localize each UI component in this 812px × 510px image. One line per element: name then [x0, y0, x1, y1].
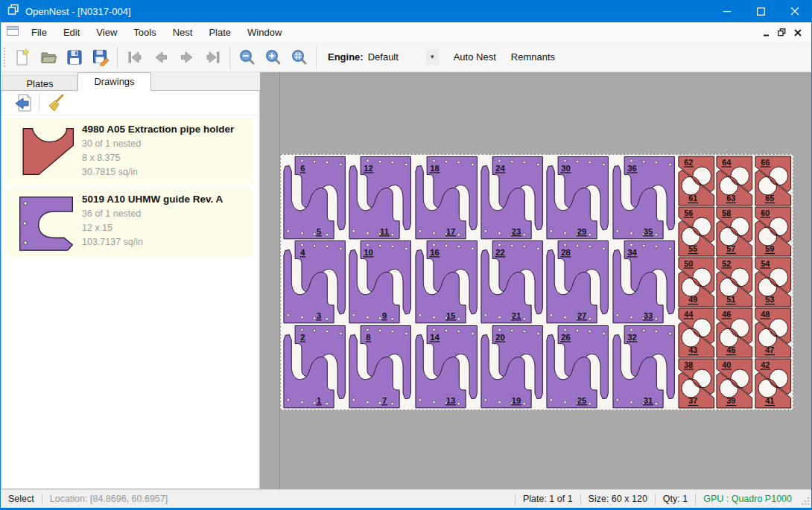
menu-item-edit[interactable]: Edit: [55, 23, 88, 42]
nest-cell: 3231: [611, 325, 676, 409]
nest-cell: 3635: [611, 156, 676, 240]
svg-text:28: 28: [561, 248, 571, 257]
document-icon[interactable]: [7, 25, 19, 39]
nest-cell: 3837: [677, 358, 716, 409]
zoom-out-button[interactable]: [234, 45, 260, 69]
minimize-button[interactable]: [711, 0, 744, 22]
first-icon: [126, 48, 144, 66]
drawing-list-item[interactable]: 4980 A05 Extraction pipe holder30 of 1 n…: [7, 118, 253, 184]
nest-cell: 2625: [545, 325, 610, 409]
nest-cell: 1615: [413, 240, 479, 324]
app-icon: [7, 4, 19, 19]
mdi-minimize-button[interactable]: [758, 25, 774, 40]
status-mode: Select: [1, 494, 42, 504]
next-plate-button[interactable]: [174, 45, 200, 69]
svg-text:16: 16: [430, 248, 440, 257]
engine-select[interactable]: Default: [368, 51, 426, 63]
svg-text:11: 11: [380, 227, 390, 236]
import-drawing-button[interactable]: [10, 92, 34, 113]
last-icon: [204, 48, 222, 66]
svg-text:45: 45: [727, 345, 736, 354]
clean-button[interactable]: [44, 92, 68, 113]
menu-item-nest[interactable]: Nest: [165, 23, 201, 42]
remnants-button[interactable]: Remnants: [505, 47, 561, 67]
status-qty: Qty: 1: [656, 494, 695, 504]
drawing-thumbnail: [10, 123, 82, 179]
svg-text:40: 40: [723, 360, 732, 369]
nest-cell: 4039: [715, 358, 754, 409]
drawing-nested: 36 of 1 nested: [82, 207, 250, 221]
save-button[interactable]: [61, 45, 87, 69]
status-gpu: GPU : Quadro P1000: [696, 494, 799, 504]
nest-cell: 3029: [545, 156, 610, 240]
svg-text:35: 35: [643, 227, 653, 236]
menu-item-view[interactable]: View: [88, 23, 125, 42]
menu-item-file[interactable]: File: [23, 23, 55, 42]
svg-text:54: 54: [761, 259, 770, 268]
broom-icon: [46, 93, 66, 112]
engine-dropdown-arrow[interactable]: ▼: [426, 49, 439, 65]
svg-text:36: 36: [627, 164, 637, 173]
svg-text:42: 42: [761, 360, 770, 369]
open-folder-icon: [39, 48, 57, 66]
drawing-area: 103.7137 sq/in: [82, 235, 250, 249]
nest-canvas[interactable]: 6512111817242330293635431091615222128273…: [260, 72, 811, 489]
save-as-button[interactable]: [87, 45, 113, 69]
svg-text:57: 57: [727, 244, 736, 253]
svg-text:33: 33: [643, 311, 653, 320]
zoom-in-icon: [264, 48, 282, 66]
svg-text:47: 47: [765, 345, 774, 354]
svg-text:46: 46: [723, 310, 732, 319]
drawing-size: 12 x 15: [82, 221, 250, 235]
resize-grip[interactable]: [801, 492, 811, 506]
drawing-nested: 30 of 1 nested: [82, 137, 250, 151]
svg-text:61: 61: [688, 194, 697, 203]
maximize-button[interactable]: [744, 0, 778, 22]
nest-cell: 4241: [754, 358, 793, 409]
svg-text:43: 43: [688, 345, 697, 354]
mdi-restore-button[interactable]: [774, 25, 790, 40]
status-plate: Plate: 1 of 1: [516, 494, 580, 504]
previous-plate-button[interactable]: [148, 45, 174, 69]
drawing-list-item[interactable]: 5019 A10 UHMW guide Rev. A36 of 1 nested…: [7, 188, 253, 257]
nest-cell: 2221: [479, 240, 545, 324]
first-plate-button[interactable]: [121, 45, 148, 69]
svg-text:53: 53: [765, 295, 774, 304]
svg-text:31: 31: [643, 395, 653, 404]
svg-text:24: 24: [495, 164, 505, 173]
previous-icon: [152, 48, 170, 66]
app-window: OpenNest - [N0317-004] FileEditViewTools…: [0, 0, 812, 510]
left-panel: Plates Drawings 4980 A05 Extraction pipe…: [1, 72, 260, 489]
open-file-button[interactable]: [35, 45, 61, 69]
svg-text:8: 8: [367, 332, 371, 341]
last-plate-button[interactable]: [200, 45, 226, 69]
tab-plates[interactable]: Plates: [2, 75, 77, 91]
tab-drawings[interactable]: Drawings: [77, 72, 151, 91]
new-file-button[interactable]: [9, 45, 35, 69]
drawing-size: 8 x 8.375: [82, 151, 250, 165]
zoom-fit-button[interactable]: [286, 45, 312, 69]
auto-nest-button[interactable]: Auto Nest: [448, 47, 502, 67]
menu-item-plate[interactable]: Plate: [200, 23, 239, 42]
svg-text:30: 30: [561, 164, 571, 173]
zoom-in-button[interactable]: [260, 45, 286, 69]
menu-item-window[interactable]: Window: [239, 23, 290, 42]
svg-text:9: 9: [382, 311, 387, 320]
plate[interactable]: 6512111817242330293635431091615222128273…: [280, 154, 793, 410]
nest-cell: 6261: [677, 156, 716, 206]
close-button[interactable]: [778, 0, 811, 22]
engine-label: Engine:: [328, 51, 364, 63]
new-file-icon: [13, 48, 31, 66]
tab-strip: Plates Drawings: [1, 72, 260, 91]
nest-cell: 5655: [677, 206, 716, 257]
svg-text:62: 62: [684, 158, 693, 167]
svg-text:55: 55: [688, 244, 697, 253]
svg-text:32: 32: [627, 332, 637, 341]
mdi-close-button[interactable]: [790, 25, 805, 40]
svg-text:6: 6: [300, 164, 305, 173]
toolbar-grip[interactable]: [3, 46, 6, 68]
svg-text:51: 51: [727, 295, 736, 304]
menu-item-tools[interactable]: Tools: [125, 23, 164, 42]
drawing-thumbnail: [10, 193, 82, 252]
svg-text:5: 5: [317, 227, 322, 236]
